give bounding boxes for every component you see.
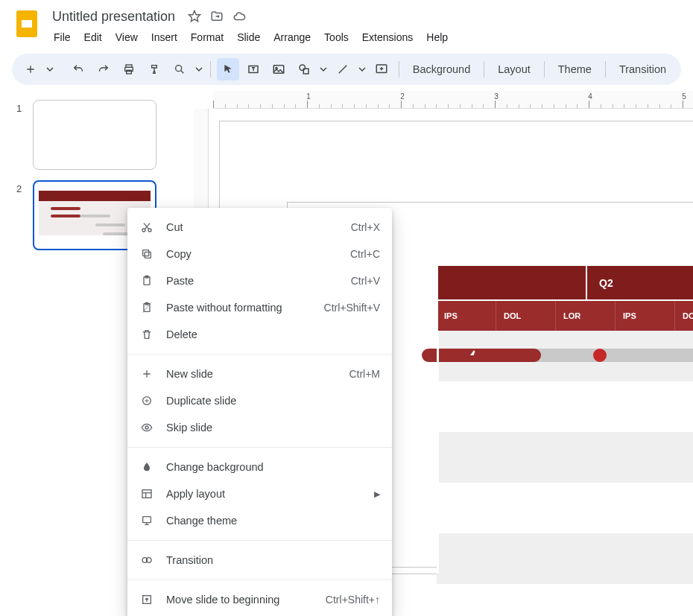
context-menu-separator bbox=[127, 580, 392, 580]
layout-icon bbox=[139, 486, 154, 501]
month-label: DO bbox=[675, 301, 693, 331]
line-dropdown[interactable] bbox=[357, 58, 367, 80]
svg-point-23 bbox=[145, 426, 148, 429]
layout-button[interactable]: Layout bbox=[490, 63, 538, 75]
select-tool-button[interactable] bbox=[217, 58, 239, 80]
svg-rect-17 bbox=[143, 250, 149, 256]
slides-logo bbox=[12, 9, 42, 39]
print-button[interactable] bbox=[118, 58, 140, 80]
menu-view[interactable]: View bbox=[110, 28, 144, 46]
menu-help[interactable]: Help bbox=[420, 28, 454, 46]
slide-number: 2 bbox=[16, 180, 33, 194]
slide-number: 1 bbox=[16, 100, 33, 114]
paint-format-button[interactable] bbox=[143, 58, 165, 80]
toolbar-separator bbox=[399, 61, 399, 77]
month-label: IPS bbox=[616, 301, 675, 331]
shape-button[interactable] bbox=[293, 58, 315, 80]
svg-rect-16 bbox=[145, 252, 151, 258]
move-folder-icon[interactable] bbox=[209, 9, 224, 24]
cm-delete[interactable]: Delete bbox=[127, 321, 392, 348]
star-icon[interactable] bbox=[187, 9, 202, 24]
app-header: Untitled presentation File Edit View Ins… bbox=[0, 0, 693, 46]
cm-skip-slide[interactable]: Skip slide bbox=[127, 414, 392, 441]
theme-button[interactable]: Theme bbox=[551, 63, 599, 75]
menu-bar: File Edit View Insert Format Slide Arran… bbox=[48, 28, 454, 46]
slide-thumbnail-1[interactable] bbox=[33, 100, 156, 170]
cloud-status-icon[interactable] bbox=[232, 9, 247, 24]
new-slide-button[interactable] bbox=[19, 58, 42, 80]
cut-icon bbox=[139, 220, 154, 235]
shape-dropdown[interactable] bbox=[318, 58, 329, 80]
trash-icon bbox=[139, 327, 154, 342]
cm-copy[interactable]: Copy Ctrl+C bbox=[127, 241, 392, 267]
context-menu-separator bbox=[127, 540, 392, 541]
cm-duplicate-slide[interactable]: Duplicate slide bbox=[127, 387, 392, 414]
cm-paste-without-formatting[interactable]: Paste without formatting Ctrl+Shift+V bbox=[127, 294, 392, 321]
menu-edit[interactable]: Edit bbox=[78, 28, 108, 46]
cm-paste[interactable]: Paste Ctrl+V bbox=[127, 267, 392, 294]
transition-icon bbox=[139, 553, 154, 568]
eye-icon bbox=[139, 420, 154, 435]
menu-slide[interactable]: Slide bbox=[231, 28, 266, 46]
cm-change-theme[interactable]: Change theme bbox=[127, 507, 392, 534]
plus-icon bbox=[139, 366, 154, 381]
zoom-dropdown[interactable] bbox=[194, 58, 204, 80]
drop-icon bbox=[139, 460, 154, 474]
chevron-right-icon: ▶ bbox=[374, 489, 380, 499]
cm-move-to-beginning[interactable]: Move slide to beginning Ctrl+Shift+↑ bbox=[127, 586, 392, 613]
undo-button[interactable] bbox=[67, 58, 89, 80]
textbox-button[interactable] bbox=[242, 58, 265, 80]
zoom-button[interactable] bbox=[168, 58, 191, 80]
menu-insert[interactable]: Insert bbox=[145, 28, 183, 46]
menu-format[interactable]: Format bbox=[185, 28, 230, 46]
svg-point-7 bbox=[176, 66, 182, 72]
toolbar-separator bbox=[210, 61, 211, 77]
menu-extensions[interactable]: Extensions bbox=[356, 28, 419, 46]
month-label: IPS bbox=[437, 301, 496, 331]
toolbar-separator bbox=[605, 61, 606, 77]
background-button[interactable]: Background bbox=[405, 63, 478, 75]
cm-new-slide[interactable]: New slide Ctrl+M bbox=[127, 361, 392, 387]
redo-button[interactable] bbox=[92, 58, 115, 80]
horizontal-ruler: 1 2 3 4 5 bbox=[213, 91, 693, 109]
svg-rect-1 bbox=[21, 19, 33, 28]
transition-button[interactable]: Transition bbox=[612, 63, 674, 75]
toolbar: Background Layout Theme Transition bbox=[12, 54, 681, 85]
comment-button[interactable] bbox=[370, 58, 393, 80]
menu-file[interactable]: File bbox=[48, 28, 77, 46]
paste-icon bbox=[139, 273, 154, 288]
svg-rect-24 bbox=[142, 490, 151, 498]
document-title[interactable]: Untitled presentation bbox=[48, 7, 180, 26]
cm-transition[interactable]: Transition bbox=[127, 547, 392, 574]
month-label: DOL bbox=[496, 301, 556, 331]
theme-icon bbox=[139, 513, 154, 528]
toolbar-separator bbox=[484, 61, 484, 77]
quarter-label: Q2 bbox=[586, 266, 693, 299]
svg-rect-25 bbox=[143, 517, 151, 523]
toolbar-separator bbox=[544, 61, 545, 77]
image-button[interactable] bbox=[268, 58, 290, 80]
menu-tools[interactable]: Tools bbox=[318, 28, 355, 46]
line-button[interactable] bbox=[332, 58, 354, 80]
slide-context-menu: Cut Ctrl+X Copy Ctrl+C Paste Ctrl+V Past… bbox=[127, 208, 392, 616]
context-menu-separator bbox=[127, 354, 392, 355]
cm-change-background[interactable]: Change background bbox=[127, 454, 392, 480]
new-slide-dropdown[interactable] bbox=[45, 58, 55, 80]
svg-point-11 bbox=[300, 65, 306, 71]
context-menu-separator bbox=[127, 447, 392, 448]
paste-plain-icon bbox=[139, 300, 154, 315]
cm-apply-layout[interactable]: Apply layout ▶ bbox=[127, 480, 392, 507]
cm-cut[interactable]: Cut Ctrl+X bbox=[127, 214, 392, 241]
svg-marker-3 bbox=[189, 11, 200, 22]
move-up-icon bbox=[139, 592, 154, 607]
copy-icon bbox=[139, 247, 154, 261]
duplicate-icon bbox=[139, 393, 154, 408]
menu-arrange[interactable]: Arrange bbox=[268, 28, 317, 46]
